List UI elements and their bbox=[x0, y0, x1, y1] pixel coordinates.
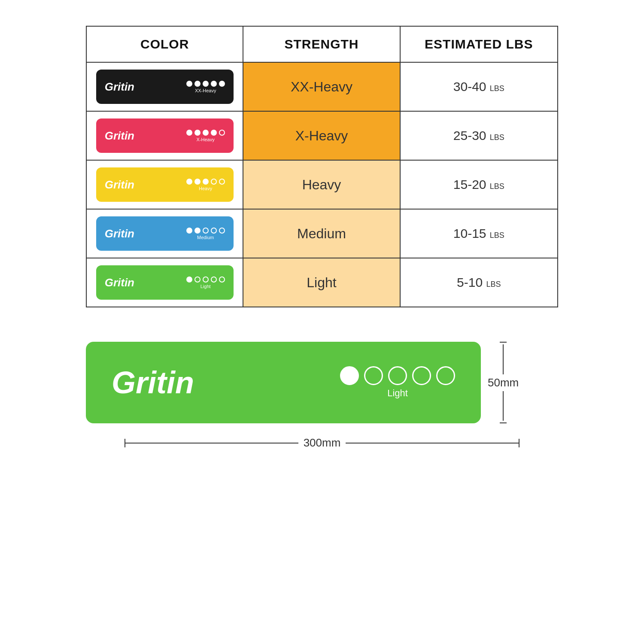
table-row: GritinMediumMedium10-15 LBS bbox=[87, 210, 557, 258]
strength-text: Medium bbox=[297, 226, 346, 242]
band-sublabel: Light bbox=[200, 284, 211, 289]
band-label: Gritin bbox=[105, 80, 134, 94]
width-dimension-text: 300mm bbox=[298, 436, 346, 450]
height-line-top bbox=[503, 344, 504, 374]
lbs-header-text: ESTIMATED LBS bbox=[425, 37, 533, 52]
band-dots-container: Medium bbox=[186, 228, 225, 240]
filled-dot bbox=[211, 130, 217, 136]
color-header-text: COLOR bbox=[140, 37, 189, 52]
empty-dot bbox=[211, 179, 217, 185]
large-empty-dot bbox=[388, 366, 407, 385]
band-sublabel: XX-Heavy bbox=[195, 88, 216, 93]
band-visual: GritinLight bbox=[96, 265, 234, 300]
band-dots bbox=[186, 276, 225, 283]
filled-dot bbox=[203, 130, 209, 136]
table-row: GritinX-HeavyX-Heavy25-30 LBS bbox=[87, 112, 557, 161]
large-empty-dot bbox=[412, 366, 431, 385]
filled-dot bbox=[219, 81, 225, 87]
filled-dot bbox=[186, 81, 192, 87]
lbs-cell: 30-40 LBS bbox=[401, 63, 557, 111]
strength-cell: X-Heavy bbox=[243, 112, 400, 160]
width-line-left bbox=[125, 443, 298, 444]
large-empty-dot bbox=[436, 366, 455, 385]
lbs-value: 15-20 LBS bbox=[453, 177, 504, 192]
band-label: Gritin bbox=[105, 129, 134, 143]
band-sublabel: Heavy bbox=[199, 186, 212, 191]
band-dots-container: Heavy bbox=[186, 179, 225, 191]
band-cell: GritinXX-Heavy bbox=[87, 63, 243, 111]
band-cell: GritinMedium bbox=[87, 210, 243, 258]
filled-dot bbox=[186, 228, 192, 234]
empty-dot bbox=[219, 179, 225, 185]
lbs-value: 30-40 LBS bbox=[453, 79, 504, 94]
large-band-dots-container: Light bbox=[340, 366, 455, 399]
large-band-visual: GritinLight bbox=[86, 342, 481, 423]
large-band-wrapper: GritinLight50mm bbox=[86, 342, 558, 423]
lbs-cell: 25-30 LBS bbox=[401, 112, 557, 160]
filled-dot bbox=[186, 130, 192, 136]
strength-text: Heavy bbox=[302, 177, 341, 193]
table-row: GritinXX-HeavyXX-Heavy30-40 LBS bbox=[87, 63, 557, 112]
filled-dot bbox=[186, 276, 192, 283]
table-row: GritinLightLight5-10 LBS bbox=[87, 258, 557, 307]
table-header-row: COLOR STRENGTH ESTIMATED LBS bbox=[87, 27, 557, 63]
empty-dot bbox=[219, 130, 225, 136]
band-dots bbox=[186, 228, 225, 234]
lbs-value: 5-10 LBS bbox=[457, 275, 501, 290]
lbs-value: 10-15 LBS bbox=[453, 226, 504, 241]
band-sublabel: X-Heavy bbox=[197, 137, 215, 142]
color-header: COLOR bbox=[87, 27, 243, 62]
filled-dot bbox=[194, 228, 200, 234]
lbs-cell: 15-20 LBS bbox=[401, 161, 557, 209]
strength-text: XX-Heavy bbox=[291, 79, 352, 95]
height-dimension-text: 50mm bbox=[488, 376, 519, 389]
band-visual: GritinX-Heavy bbox=[96, 118, 234, 153]
band-dots bbox=[186, 81, 225, 87]
band-dots bbox=[186, 130, 225, 136]
band-dots-container: Light bbox=[186, 276, 225, 289]
width-line-right bbox=[346, 443, 519, 444]
band-visual: GritinHeavy bbox=[96, 167, 234, 202]
width-right-tick bbox=[519, 439, 519, 447]
empty-dot bbox=[219, 228, 225, 234]
large-band-dots bbox=[340, 366, 455, 385]
filled-dot bbox=[211, 81, 217, 87]
band-label: Gritin bbox=[105, 178, 134, 191]
band-cell: GritinHeavy bbox=[87, 161, 243, 209]
empty-dot bbox=[211, 276, 217, 283]
band-label: Gritin bbox=[105, 227, 134, 240]
band-dots bbox=[186, 179, 225, 185]
large-empty-dot bbox=[364, 366, 383, 385]
empty-dot bbox=[203, 228, 209, 234]
filled-dot bbox=[194, 130, 200, 136]
height-bottom-tick bbox=[500, 422, 507, 423]
height-dimension: 50mm bbox=[488, 342, 519, 423]
width-dimension: 300mm bbox=[125, 436, 519, 450]
empty-dot bbox=[211, 228, 217, 234]
band-visual: GritinMedium bbox=[96, 216, 234, 251]
filled-dot bbox=[194, 179, 200, 185]
lbs-header: ESTIMATED LBS bbox=[401, 27, 557, 62]
band-sublabel: Medium bbox=[197, 235, 214, 240]
large-band-label: Gritin bbox=[112, 365, 194, 400]
height-top-tick bbox=[500, 342, 507, 343]
strength-cell: Medium bbox=[243, 210, 400, 258]
strength-text: X-Heavy bbox=[295, 128, 348, 144]
strength-cell: Heavy bbox=[243, 161, 400, 209]
filled-dot bbox=[203, 81, 209, 87]
strength-header: STRENGTH bbox=[243, 27, 400, 62]
strength-text: Light bbox=[307, 275, 336, 291]
filled-dot bbox=[194, 81, 200, 87]
band-dots-container: XX-Heavy bbox=[186, 81, 225, 93]
comparison-table: COLOR STRENGTH ESTIMATED LBS GritinXX-He… bbox=[86, 26, 558, 307]
strength-cell: Light bbox=[243, 258, 400, 307]
lbs-cell: 5-10 LBS bbox=[401, 258, 557, 307]
lbs-value: 25-30 LBS bbox=[453, 128, 504, 143]
band-label: Gritin bbox=[105, 276, 134, 289]
band-dots-container: X-Heavy bbox=[186, 130, 225, 142]
filled-dot bbox=[186, 179, 192, 185]
strength-header-text: STRENGTH bbox=[284, 37, 358, 52]
band-cell: GritinLight bbox=[87, 258, 243, 307]
lbs-cell: 10-15 LBS bbox=[401, 210, 557, 258]
height-line-bottom bbox=[503, 391, 504, 421]
